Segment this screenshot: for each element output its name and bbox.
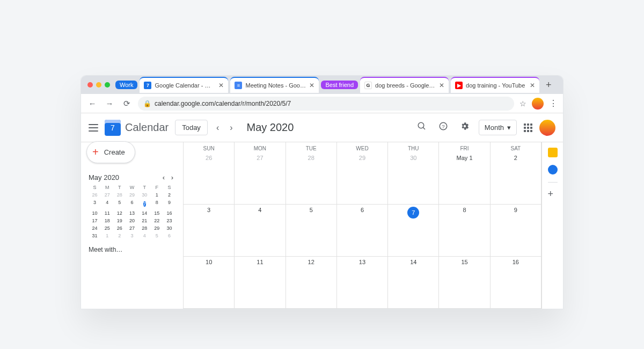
mini-day[interactable]: 2 <box>163 192 175 198</box>
mini-day[interactable]: 2 <box>113 233 126 238</box>
mini-day[interactable]: 30 <box>138 192 151 198</box>
today-button[interactable]: Today <box>175 120 208 135</box>
day-cell[interactable]: 4 <box>235 205 286 257</box>
tab-calendar[interactable]: 7 Google Calendar - May 20 ✕ <box>140 77 228 93</box>
mini-day[interactable]: 26 <box>89 192 101 198</box>
help-icon[interactable]: ? <box>436 121 451 134</box>
mini-next-icon[interactable]: › <box>169 173 175 181</box>
day-cell[interactable]: 5 <box>286 205 337 257</box>
mini-day[interactable]: 27 <box>101 192 113 198</box>
day-cell[interactable]: 30 <box>388 152 439 205</box>
day-cell[interactable]: 3 <box>184 205 235 257</box>
mini-day[interactable]: 25 <box>101 226 113 231</box>
google-apps-icon[interactable] <box>523 123 533 133</box>
keep-icon[interactable] <box>548 148 558 157</box>
mini-day[interactable]: 3 <box>89 200 101 208</box>
day-cell[interactable]: 11 <box>235 257 286 309</box>
mini-day[interactable]: 28 <box>138 226 151 231</box>
browser-menu-icon[interactable]: ⋮ <box>549 98 558 108</box>
mini-day[interactable]: 1 <box>151 192 163 198</box>
mini-prev-icon[interactable]: ‹ <box>160 173 167 181</box>
mini-day[interactable]: 24 <box>89 226 101 231</box>
mini-day[interactable]: 29 <box>126 192 138 198</box>
mini-day[interactable]: 16 <box>163 210 175 216</box>
reload-button[interactable]: ⟳ <box>121 99 133 108</box>
meet-with-label[interactable]: Meet with… <box>89 246 175 253</box>
mini-day[interactable]: 9 <box>163 200 175 208</box>
day-cell[interactable]: 10 <box>184 257 235 309</box>
day-cell[interactable]: 8 <box>439 205 490 257</box>
close-tab-icon[interactable]: ✕ <box>530 82 535 89</box>
close-window[interactable] <box>87 82 93 88</box>
mini-day[interactable]: 4 <box>138 233 151 238</box>
mini-day[interactable]: 6 <box>163 233 175 238</box>
day-cell[interactable]: 27 <box>235 152 286 205</box>
mini-day[interactable]: 17 <box>89 218 101 223</box>
forward-button[interactable]: → <box>104 99 115 108</box>
settings-gear-icon[interactable] <box>457 121 472 134</box>
mini-day[interactable]: 4 <box>101 200 113 208</box>
mini-day[interactable]: 5 <box>113 200 126 208</box>
mini-day[interactable]: 14 <box>138 210 151 216</box>
mini-day[interactable]: 19 <box>113 218 126 223</box>
mini-day[interactable]: 20 <box>126 218 138 223</box>
mini-day[interactable]: 10 <box>89 210 101 216</box>
create-button[interactable]: + Create <box>86 141 135 163</box>
day-cell[interactable]: 15 <box>439 257 490 309</box>
maximize-window[interactable] <box>105 82 110 88</box>
tab-group-work[interactable]: Work <box>115 81 137 89</box>
mini-day[interactable]: 31 <box>89 233 101 238</box>
prev-month-button[interactable]: ‹ <box>214 123 221 133</box>
mini-day[interactable]: 18 <box>101 218 113 223</box>
day-cell[interactable]: 7 <box>388 205 439 257</box>
tab-docs[interactable]: ≡ Meeting Notes - Google Do ✕ <box>230 77 319 93</box>
day-cell[interactable]: 26 <box>184 152 235 205</box>
day-cell[interactable]: May 1 <box>439 152 490 205</box>
day-cell[interactable]: 29 <box>337 152 388 205</box>
day-cell[interactable]: 6 <box>337 205 388 257</box>
address-bar[interactable]: 🔒 calendar.google.com/calendar/r/month/2… <box>138 97 514 111</box>
tab-youtube[interactable]: ▶ dog training - YouTube ✕ <box>451 77 539 93</box>
mini-day[interactable]: 7 <box>138 200 151 208</box>
app-logo[interactable]: 7 Calendar <box>105 120 169 136</box>
mini-day[interactable]: 26 <box>113 226 126 231</box>
day-cell[interactable]: 12 <box>286 257 337 309</box>
day-cell[interactable]: 28 <box>286 152 337 205</box>
view-selector[interactable]: Month ▾ <box>479 120 517 135</box>
minimize-window[interactable] <box>96 82 101 88</box>
mini-day[interactable]: 12 <box>113 210 126 216</box>
tab-group-bestfriend[interactable]: Best friend <box>321 81 358 89</box>
mini-day[interactable]: 21 <box>138 218 151 223</box>
mini-day[interactable]: 22 <box>151 218 163 223</box>
mini-day[interactable]: 11 <box>101 210 113 216</box>
back-button[interactable]: ← <box>86 99 98 108</box>
mini-day[interactable]: 1 <box>101 233 113 238</box>
day-cell[interactable]: 14 <box>388 257 439 309</box>
mini-day[interactable]: 5 <box>151 233 163 238</box>
close-tab-icon[interactable]: ✕ <box>439 82 444 89</box>
tab-search[interactable]: G dog breeds - Google Searc ✕ <box>360 77 449 93</box>
mini-day[interactable]: 3 <box>126 233 138 238</box>
profile-avatar-small[interactable] <box>532 98 544 110</box>
add-addon-icon[interactable]: + <box>548 190 558 200</box>
new-tab-button[interactable]: + <box>541 79 556 91</box>
mini-day[interactable]: 27 <box>126 226 138 231</box>
day-cell[interactable]: 13 <box>337 257 388 309</box>
main-menu-icon[interactable] <box>89 124 98 132</box>
mini-day[interactable]: 13 <box>126 210 138 216</box>
day-cell[interactable]: 16 <box>491 257 541 309</box>
mini-day[interactable]: 6 <box>126 200 138 208</box>
close-tab-icon[interactable]: ✕ <box>218 82 224 89</box>
account-avatar[interactable] <box>539 120 555 136</box>
close-tab-icon[interactable]: ✕ <box>309 82 314 89</box>
mini-day[interactable]: 23 <box>163 218 175 223</box>
search-icon[interactable] <box>414 121 429 134</box>
mini-day[interactable]: 15 <box>151 210 163 216</box>
mini-day[interactable]: 28 <box>113 192 126 198</box>
next-month-button[interactable]: › <box>228 123 235 133</box>
mini-day[interactable]: 29 <box>151 226 163 231</box>
day-cell[interactable]: 2 <box>491 152 541 205</box>
tasks-icon[interactable] <box>548 165 558 174</box>
mini-day[interactable]: 30 <box>163 226 175 231</box>
day-cell[interactable]: 9 <box>491 205 541 257</box>
